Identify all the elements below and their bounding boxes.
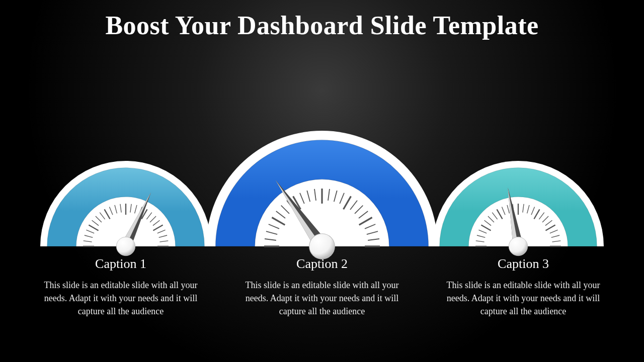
caption-block-1: Caption 1 This slide is an editable slid… <box>20 251 221 323</box>
caption-desc: This slide is an editable slide with all… <box>242 279 403 318</box>
gauge-3 <box>433 161 604 246</box>
slide-title: Boost Your Dashboard Slide Template <box>0 0 644 41</box>
caption-block-2: Caption 2 This slide is an editable slid… <box>221 251 423 323</box>
gauges-row <box>0 131 644 246</box>
caption-block-3: Caption 3 This slide is an editable slid… <box>423 251 624 323</box>
caption-title: Caption 3 <box>443 256 604 272</box>
caption-title: Caption 1 <box>40 256 201 272</box>
caption-desc: This slide is an editable slide with all… <box>40 279 201 318</box>
gauge-2 <box>206 131 438 246</box>
svg-point-27 <box>116 237 135 255</box>
svg-point-55 <box>309 234 335 259</box>
gauge-1 <box>40 161 211 246</box>
caption-desc: This slide is an editable slide with all… <box>443 279 604 318</box>
svg-point-83 <box>509 237 527 255</box>
captions-row: Caption 1 This slide is an editable slid… <box>0 251 644 323</box>
